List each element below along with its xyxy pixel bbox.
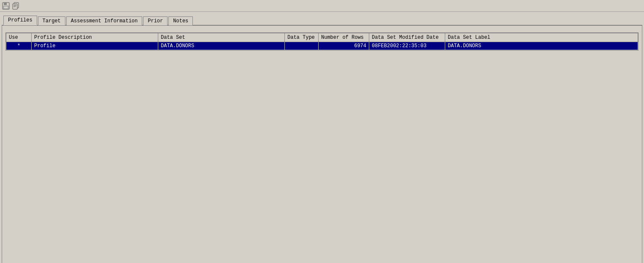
tab-target[interactable]: Target (38, 16, 65, 25)
tab-notes[interactable]: Notes (168, 16, 193, 25)
col-header-data-type: Data Type (285, 33, 319, 42)
table-cell-label: DATA.DONORS (445, 42, 638, 50)
tab-prior[interactable]: Prior (143, 16, 168, 25)
table-cell-modified: 08FEB2002:22:35:03 (369, 42, 445, 50)
table-cell-numrows: 6974 (319, 42, 369, 50)
table-wrapper: Use Profile Description Data Set Data Ty… (5, 32, 639, 51)
table-header-row: Use Profile Description Data Set Data Ty… (6, 33, 638, 42)
profiles-table: Use Profile Description Data Set Data Ty… (6, 33, 638, 50)
table-cell-datatype (285, 42, 319, 50)
svg-rect-3 (4, 7, 8, 8)
svg-rect-1 (4, 3, 7, 5)
table-cell-profile-desc: Profile (32, 42, 158, 50)
table-cell-use: * (6, 42, 32, 50)
table-row[interactable]: *ProfileDATA.DONORS697408FEB2002:22:35:0… (6, 42, 638, 50)
tab-profiles[interactable]: Profiles (3, 16, 37, 25)
tab-assessment-information[interactable]: Assessment Information (66, 16, 142, 25)
main-container: Profiles Target Assessment Information P… (0, 12, 644, 263)
col-header-data-set: Data Set (158, 33, 285, 42)
toolbar (0, 0, 644, 12)
tab-bar: Profiles Target Assessment Information P… (2, 13, 642, 26)
col-header-data-set-label: Data Set Label (445, 33, 638, 42)
table-cell-dataset: DATA.DONORS (158, 42, 285, 50)
save-icon[interactable] (2, 2, 10, 10)
svg-rect-5 (13, 4, 17, 9)
col-header-profile-description: Profile Description (32, 33, 158, 42)
col-header-use: Use (6, 33, 32, 42)
col-header-number-of-rows: Number of Rows (319, 33, 369, 42)
col-header-data-set-modified-date: Data Set Modified Date (369, 33, 445, 42)
tab-container: Profiles Target Assessment Information P… (2, 13, 642, 263)
tab-content-profiles: Use Profile Description Data Set Data Ty… (2, 26, 642, 263)
copy-icon[interactable] (12, 2, 20, 10)
